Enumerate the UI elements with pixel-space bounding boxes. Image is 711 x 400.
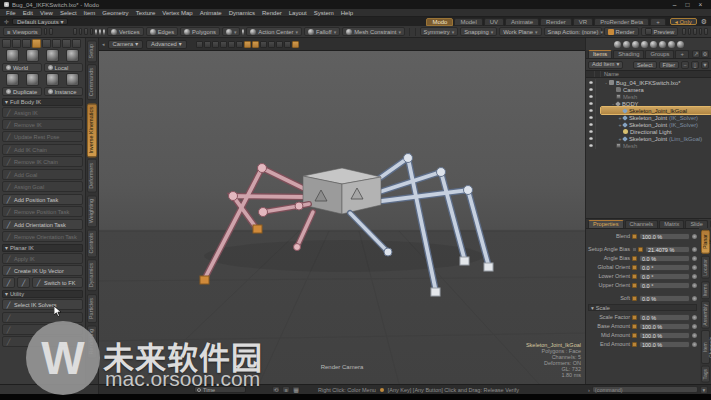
preview-button[interactable]: Preview <box>641 27 679 36</box>
envelope-icon[interactable] <box>632 324 637 329</box>
component-sphere-icon[interactable] <box>99 29 101 35</box>
envelope-icon[interactable] <box>632 296 637 301</box>
grid-view-icon[interactable] <box>688 28 692 35</box>
only-toggle-button[interactable]: ◂ Only <box>670 18 697 25</box>
viewport-toggle-icon[interactable] <box>204 41 211 48</box>
envelope-icon[interactable] <box>632 283 637 288</box>
toolbox-tab-rendering[interactable]: Rendering <box>87 325 97 358</box>
ik-command-button[interactable]: ╱ <box>2 336 83 347</box>
tool-category-icon[interactable] <box>42 39 51 48</box>
item-type-icon[interactable] <box>614 41 621 48</box>
item-type-icon[interactable] <box>632 41 639 48</box>
button-select-ik-solvers[interactable]: ╱Select IK Solvers <box>2 299 83 310</box>
mode-button-polygons[interactable]: Polygons <box>180 27 220 36</box>
visibility-eye-icon[interactable] <box>586 130 595 133</box>
menu-edit[interactable]: Edit <box>23 10 33 16</box>
layout-tab-prorender-beta[interactable]: ProRender Beta <box>594 18 649 26</box>
toolbox-tab-inverse-kinematics[interactable]: Inverse Kinematics <box>87 103 97 157</box>
button-remove-ik[interactable]: ╱Remove IK <box>2 119 83 130</box>
prop-tab-slide[interactable]: Slide <box>685 220 707 228</box>
toolbox-tab-dynamics[interactable]: Dynamics <box>87 259 97 291</box>
item-mode-icon[interactable] <box>242 29 244 35</box>
mini-dial-icon[interactable] <box>692 315 697 320</box>
gear-icon[interactable]: ⚙ <box>701 50 709 58</box>
tool-category-icon[interactable] <box>32 39 41 48</box>
paint-select-icon[interactable] <box>84 28 88 35</box>
mode-button-vertices[interactable]: Vertices <box>107 27 144 36</box>
viewport-toggle-icon[interactable] <box>268 41 275 48</box>
viewport-toggle-icon[interactable] <box>244 41 251 48</box>
item-type-icon[interactable] <box>623 41 630 48</box>
envelope-icon[interactable] <box>632 333 637 338</box>
work-plane-button[interactable]: Work Plane▾ <box>499 27 541 36</box>
tree-row-skeleton-joint-ikgoal[interactable]: Skeleton_Joint_IkGoal <box>586 107 711 114</box>
item-type-icon[interactable] <box>668 41 675 48</box>
add-item-dropdown[interactable]: Add Item▾ <box>588 61 623 69</box>
item-type-icon[interactable] <box>677 41 684 48</box>
mini-dial-icon[interactable] <box>692 333 697 338</box>
mini-dial-icon[interactable] <box>692 265 697 270</box>
menu-view[interactable]: View <box>40 10 53 16</box>
button-add-goal[interactable]: ╱Add Goal <box>2 169 83 180</box>
component-sphere-icon[interactable] <box>103 29 105 35</box>
default-layouts-dropdown[interactable]: Default Layouts ▾ <box>12 18 68 25</box>
pose-tool-icon[interactable] <box>26 49 39 62</box>
layout-tab-modo[interactable]: Modo <box>426 18 453 26</box>
lasso-select-icon[interactable] <box>90 28 94 35</box>
auto-select-icon[interactable] <box>79 28 83 35</box>
prop-vtab-locator[interactable]: Locator <box>701 256 710 279</box>
bind-tool-icon[interactable] <box>66 49 79 62</box>
button-remove-position-task[interactable]: ╱Remove Position Task <box>2 206 83 217</box>
ik-command-button[interactable]: ╱ <box>2 324 83 335</box>
kit-icon[interactable] <box>44 28 48 35</box>
action-center-button[interactable]: Action Center▾ <box>246 27 302 36</box>
ik-fk-icon-button[interactable]: ╱ <box>17 277 30 288</box>
menu-file[interactable]: File <box>6 10 16 16</box>
grid-icon[interactable]: ▦ <box>292 386 300 393</box>
duplicate-button[interactable]: Duplicate <box>2 87 42 96</box>
viewport-toggle-icon[interactable] <box>292 41 299 48</box>
close-button[interactable]: × <box>694 0 707 9</box>
command-input[interactable]: (command) <box>592 386 698 393</box>
camera-view-dropdown[interactable]: Camera▾ <box>108 40 144 49</box>
field-value-input[interactable]: 100.0 % <box>639 341 690 348</box>
tree-row-mesh[interactable]: Mesh <box>586 142 711 149</box>
prop-vtab-item-channels[interactable]: Item Channels <box>701 330 710 364</box>
toolbox-tab-particles[interactable]: Particles <box>87 294 97 323</box>
filter-funnel-icon[interactable]: ▼ <box>701 61 709 69</box>
select-button[interactable]: Select <box>633 61 657 69</box>
button-remove-orientation-task[interactable]: ╱Remove Orientation Task <box>2 231 83 242</box>
gear-icon[interactable]: ⚙ <box>701 18 707 26</box>
menu-help[interactable]: Help <box>341 10 353 16</box>
world-button[interactable]: World <box>2 63 42 72</box>
field-value-input[interactable]: 0.0 ° <box>639 282 690 289</box>
collapse-arrow-icon[interactable]: ◂ <box>102 41 105 47</box>
section-scale[interactable]: ▾Scale <box>588 304 697 311</box>
tool-category-icon[interactable] <box>72 39 81 48</box>
tree-row-body[interactable]: -BODY <box>586 100 711 107</box>
panel-tab-groups[interactable]: Groups <box>645 50 674 58</box>
viewport-3d[interactable]: ◂ Camera▾ Advanced▾ <box>99 38 585 384</box>
field-value-input[interactable]: 0.0 % <box>639 295 690 302</box>
item-type-icon[interactable] <box>641 41 648 48</box>
ik-fk-icon-button[interactable]: ╱ <box>2 277 15 288</box>
component-sphere-icon[interactable] <box>95 29 97 35</box>
mesh-constraint-button[interactable]: Mesh Constraint▾ <box>342 27 405 36</box>
envelope-icon[interactable] <box>632 234 637 239</box>
menu-vertex-map[interactable]: Vertex Map <box>162 10 192 16</box>
tree-row-camera[interactable]: Camera <box>586 86 711 93</box>
snap-action-dropdown[interactable]: Snap Action: (none)▾ <box>544 27 602 36</box>
visibility-eye-icon[interactable] <box>586 102 595 105</box>
tree-row-skeleton-joint[interactable]: +Skeleton_Joint(IK_Solver) <box>586 114 711 121</box>
button-update-rest-pose[interactable]: ╱Update Rest Pose <box>2 131 83 142</box>
field-value-input[interactable]: 0.0 % <box>639 314 690 321</box>
skeleton-tool-icon[interactable] <box>46 49 59 62</box>
section-header-full-body-ik[interactable]: ▾Full Body IK <box>2 98 83 106</box>
constraint-tool-icon[interactable] <box>26 73 39 86</box>
panel-tab-items[interactable]: Items <box>588 50 612 58</box>
ik-command-button[interactable]: ╱ <box>2 312 83 323</box>
button-assign-goal[interactable]: ╱Assign Goal <box>2 181 83 192</box>
mini-dial-icon[interactable] <box>692 247 697 252</box>
render-button[interactable]: Render <box>604 27 639 36</box>
prop-tab-properties[interactable]: Properties <box>588 220 624 228</box>
